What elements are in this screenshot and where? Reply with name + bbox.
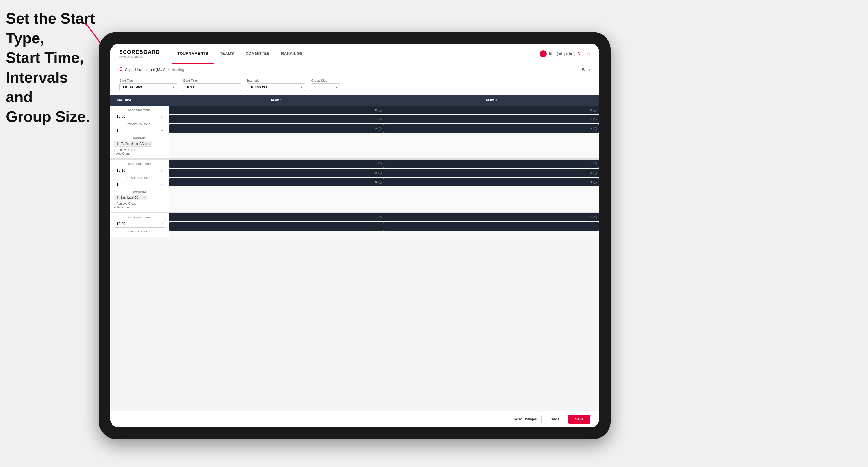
course-name-1: (A) Peachtree GC [121, 142, 144, 146]
team2-cell-3: ✕ ◯ — [384, 213, 599, 237]
instruction-bold2: Start Time, [6, 49, 84, 66]
team1-cell-3: ✕ ◯ — [169, 213, 384, 237]
player-o-3a[interactable]: ◯ [378, 216, 381, 219]
player-x-1b[interactable]: ✕ [375, 118, 377, 121]
player-x-3a[interactable]: ✕ [375, 216, 377, 219]
player-o-1a[interactable]: ◯ [378, 108, 381, 112]
team2-o-1a[interactable]: ◯ [593, 108, 597, 112]
course-tag-2: 🏌 East Lake GC ✕ ≡ [114, 195, 147, 200]
group-size-group: Group Size 3 2 4 [311, 79, 340, 91]
course-remove-2[interactable]: ✕ [140, 196, 142, 199]
team2-o-1b[interactable]: ◯ [593, 118, 597, 121]
team2-o-2a[interactable]: ◯ [593, 162, 597, 165]
team2-o-3a[interactable]: ◯ [593, 216, 597, 219]
player-o-2b[interactable]: ◯ [378, 171, 381, 175]
team2-x-1c[interactable]: ✕ [590, 127, 592, 130]
add-group-1[interactable]: + Add Group [114, 152, 165, 155]
sub-header: C Clippd Invitational (May) › Hosting ‹ … [111, 64, 599, 75]
nav-tab-tournaments[interactable]: TOURNAMENTS [172, 43, 214, 64]
course-remove-1[interactable]: ✕ [145, 142, 147, 146]
hole-select-1[interactable]: 1 [114, 127, 165, 134]
player-x-2b[interactable]: ✕ [375, 171, 377, 175]
course-tag-1: 🏌 (A) Peachtree GC ✕ ≡ [114, 141, 152, 147]
nav-tab-committee[interactable]: COMMITTEE [240, 43, 275, 64]
team2-o-2b[interactable]: ◯ [593, 171, 597, 175]
footer-bar: Reset Changes Cancel Save [111, 411, 599, 428]
start-time-input[interactable] [183, 84, 241, 91]
team2-x-3b[interactable]: — [594, 225, 597, 228]
intervals-group: Intervals 10 Minutes 8 Minutes 12 Minute… [247, 79, 305, 91]
team2-x-2a[interactable]: ✕ [590, 162, 592, 165]
intervals-wrapper: 10 Minutes 8 Minutes 12 Minutes [247, 84, 305, 91]
player-o-1b[interactable]: ◯ [378, 118, 381, 121]
team2-o-2c[interactable]: ◯ [593, 181, 597, 184]
team2-x-2b[interactable]: ✕ [590, 171, 592, 175]
breadcrumb-tournament[interactable]: Clippd Invitational (May) [125, 67, 165, 72]
start-time-wrapper: ⏱ [183, 84, 241, 91]
col-tee-time: Tee Time [111, 95, 169, 106]
team2-slot-1b: ✕ ◯ [384, 115, 599, 123]
player-x-2c[interactable]: ✕ [375, 181, 377, 184]
col-team1: Team 1 [169, 95, 384, 106]
nav-user: blair@clippd.io | Sign out [540, 50, 590, 57]
player-slot-1a: ✕ ◯ [169, 106, 384, 114]
start-type-group: Start Type 1st Tee Start Shotgun Start [119, 79, 177, 91]
player-x-1c[interactable]: ✕ [375, 127, 377, 130]
player-slot-3a: ✕ ◯ [169, 213, 384, 221]
team2-slot-2c: ✕ ◯ [384, 178, 599, 186]
time-input-1[interactable] [114, 113, 165, 120]
group-size-select[interactable]: 3 2 4 [311, 84, 340, 91]
team2-x-1a[interactable]: ✕ [590, 108, 592, 112]
time-icon-2: ⏱ [160, 169, 163, 172]
back-button[interactable]: ‹ Back [580, 67, 590, 72]
remove-group-1[interactable]: ○ Remove Group [114, 148, 165, 152]
logo-area: SCOREBOARD Powered by clipp.io [119, 49, 160, 58]
start-type-label: Start Type [119, 79, 177, 82]
schedule-table: Tee Time Team 1 Team 2 STARTING TIME: [111, 95, 599, 237]
player-o-1c[interactable]: ◯ [378, 127, 381, 130]
tee-time-content-3: STARTING TIME: ⏱ STARTING HOLE: [111, 213, 169, 237]
hole-select-wrapper-2: 1 ▼ [114, 181, 165, 188]
time-input-wrapper-2: ⏱ [114, 167, 165, 174]
tee-time-cell-2: STARTING TIME: ⏱ STARTING HOLE: 1 [111, 160, 169, 212]
remove-group-2[interactable]: ○ Remove Group [114, 202, 165, 205]
player-o-2c[interactable]: ◯ [378, 181, 381, 184]
time-input-2[interactable] [114, 167, 165, 174]
intervals-select[interactable]: 10 Minutes 8 Minutes 12 Minutes [247, 84, 305, 91]
start-type-select[interactable]: 1st Tee Start Shotgun Start [119, 84, 177, 91]
player-slot-2b: ✕ ◯ [169, 169, 384, 177]
course-edit-1[interactable]: ≡ [148, 142, 150, 146]
nav-tab-teams[interactable]: TEAMS [214, 43, 240, 64]
time-input-3[interactable] [114, 220, 165, 228]
top-nav: SCOREBOARD Powered by clipp.io TOURNAMEN… [111, 43, 599, 64]
back-arrow: ‹ [580, 67, 581, 72]
starting-hole-label-3: STARTING HOLE: [114, 230, 165, 233]
table-header: Tee Time Team 1 Team 2 [111, 95, 599, 106]
schedule-table-container[interactable]: Tee Time Team 1 Team 2 STARTING TIME: [111, 95, 599, 411]
tee-time-content-2: STARTING TIME: ⏱ STARTING HOLE: 1 [111, 160, 169, 212]
team2-x-3a[interactable]: ✕ [590, 216, 592, 219]
player-slot-1c: ✕ ◯ [169, 124, 384, 133]
team2-x-1b[interactable]: ✕ [590, 118, 592, 121]
sign-out-link[interactable]: Sign out [578, 52, 590, 56]
starting-time-label-1: STARTING TIME: [114, 109, 165, 112]
starting-hole-label-2: STARTING HOLE: [114, 177, 165, 179]
team2-o-1c[interactable]: ◯ [593, 127, 597, 130]
player-x-1a[interactable]: ✕ [375, 108, 377, 112]
player-x-2a[interactable]: ✕ [375, 162, 377, 165]
save-button[interactable]: Save [568, 415, 590, 424]
team2-x-2c[interactable]: ✕ [590, 181, 592, 184]
add-group-2[interactable]: + Add Group [114, 206, 165, 209]
nav-tab-rankings[interactable]: RANKINGS [275, 43, 308, 64]
course-name-2: East Lake GC [121, 196, 139, 199]
course-edit-2[interactable]: ≡ [143, 196, 145, 199]
player-o-2a[interactable]: ◯ [378, 162, 381, 165]
instruction-bold4: Group Size [6, 108, 86, 125]
time-input-wrapper-3: ⏱ [114, 220, 165, 228]
cancel-button[interactable]: Cancel [545, 415, 565, 424]
team1-cell-1: ✕ ◯ ✕ ◯ ✕ ◯ [169, 106, 384, 158]
team2-cell-1: ✕ ◯ ✕ ◯ ✕ ◯ [384, 106, 599, 158]
hole-select-2[interactable]: 1 [114, 181, 165, 188]
reset-button[interactable]: Reset Changes [508, 415, 542, 424]
player-x-3b[interactable]: — [379, 225, 381, 228]
